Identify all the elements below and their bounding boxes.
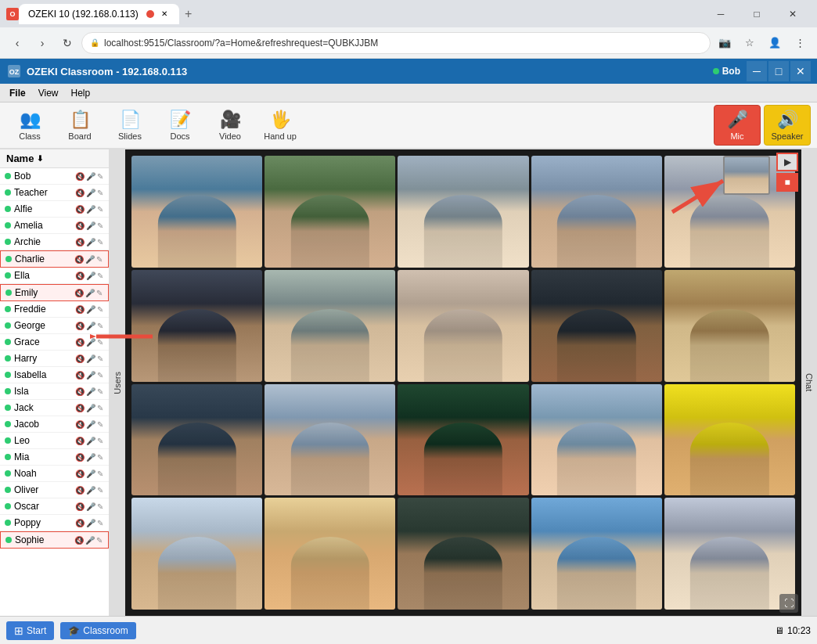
menu-view[interactable]: View	[32, 86, 65, 100]
sidebar-item[interactable]: Noah 🔇 🎤 ✎	[0, 466, 109, 482]
play-button[interactable]: ▶	[776, 153, 798, 171]
mic-user-icon[interactable]: 🎤	[86, 221, 95, 230]
sidebar-item[interactable]: Mia 🔇 🎤 ✎	[0, 449, 109, 466]
sidebar-item[interactable]: Emily 🔇 🎤 ✎	[0, 284, 109, 301]
edit-icon[interactable]: ✎	[97, 404, 103, 412]
maximize-button[interactable]: □	[739, 0, 775, 27]
edit-icon[interactable]: ✎	[97, 437, 103, 445]
video-cell[interactable]	[131, 498, 262, 610]
sidebar-item[interactable]: Alfie 🔇 🎤 ✎	[0, 201, 109, 218]
mute-icon[interactable]: 🔇	[75, 519, 85, 527]
video-button[interactable]: 🎥 Video	[207, 105, 254, 146]
mute-icon[interactable]: 🔇	[75, 205, 85, 214]
edit-icon[interactable]: ✎	[97, 189, 103, 197]
mute-icon[interactable]: 🔇	[75, 305, 85, 314]
chat-tab[interactable]: Chat	[801, 149, 817, 616]
sidebar-item[interactable]: Sophie 🔇 🎤 ✎	[0, 531, 109, 549]
address-bar[interactable]: 🔒 localhost:9515/Classroom/?a=Home&refre…	[81, 32, 711, 54]
video-cell[interactable]	[531, 384, 662, 496]
mic-user-icon[interactable]: 🎤	[86, 322, 95, 330]
handup-button[interactable]: 🖐 Hand up	[257, 105, 304, 146]
new-tab-button[interactable]: +	[179, 5, 198, 23]
mute-icon[interactable]: 🔇	[75, 420, 85, 429]
mute-icon[interactable]: 🔇	[75, 404, 85, 412]
slides-button[interactable]: 📄 Slides	[106, 105, 153, 146]
edit-icon[interactable]: ✎	[97, 322, 103, 330]
mute-icon[interactable]: 🔇	[74, 255, 84, 264]
video-cell[interactable]	[531, 156, 662, 268]
sidebar-item[interactable]: Charlie 🔇 🎤 ✎	[0, 250, 109, 268]
mic-user-icon[interactable]: 🎤	[86, 404, 95, 412]
mic-user-icon[interactable]: 🎤	[86, 437, 95, 445]
edit-icon[interactable]: ✎	[97, 453, 103, 462]
mute-icon[interactable]: 🔇	[75, 437, 85, 445]
sidebar-item[interactable]: Jacob 🔇 🎤 ✎	[0, 416, 109, 433]
video-cell[interactable]	[131, 384, 262, 496]
video-cell[interactable]	[265, 270, 395, 382]
sidebar-item[interactable]: Oliver 🔇 🎤 ✎	[0, 482, 109, 498]
app-minimize-button[interactable]: ─	[747, 61, 767, 81]
menu-icon[interactable]: ⋮	[789, 32, 811, 54]
edit-icon[interactable]: ✎	[97, 371, 103, 380]
sort-icon[interactable]: ⬇	[37, 154, 43, 163]
edit-icon[interactable]: ✎	[97, 272, 103, 280]
mic-user-icon[interactable]: 🎤	[86, 519, 95, 527]
mute-icon[interactable]: 🔇	[75, 238, 85, 246]
app-close-button[interactable]: ✕	[790, 61, 811, 81]
video-cell[interactable]	[398, 384, 528, 496]
browser-tab[interactable]: OZEKI 10 (192.168.0.113) ✕	[19, 4, 179, 24]
speaker-button[interactable]: 🔊 Speaker	[764, 105, 811, 146]
video-cell[interactable]	[398, 156, 528, 268]
docs-button[interactable]: 📝 Docs	[157, 105, 203, 146]
video-cell[interactable]	[265, 498, 395, 610]
edit-icon[interactable]: ✎	[97, 305, 103, 314]
sidebar-item[interactable]: Jack 🔇 🎤 ✎	[0, 400, 109, 416]
board-button[interactable]: 📋 Board	[56, 105, 103, 146]
mic-user-icon[interactable]: 🎤	[86, 238, 95, 246]
sidebar-item[interactable]: Grace 🔇 🎤 ✎	[0, 334, 109, 351]
edit-icon[interactable]: ✎	[97, 172, 103, 181]
mic-user-icon[interactable]: 🎤	[86, 189, 95, 197]
mic-user-icon[interactable]: 🎤	[85, 289, 95, 297]
edit-icon[interactable]: ✎	[97, 486, 103, 495]
mic-user-icon[interactable]: 🎤	[86, 371, 95, 380]
edit-icon[interactable]: ✎	[97, 420, 103, 429]
mic-user-icon[interactable]: 🎤	[86, 354, 95, 363]
mute-icon[interactable]: 🔇	[75, 322, 85, 330]
mute-icon[interactable]: 🔇	[75, 502, 85, 511]
mute-icon[interactable]: 🔇	[74, 289, 84, 297]
video-cell[interactable]	[265, 384, 395, 496]
edit-icon[interactable]: ✎	[97, 519, 103, 527]
edit-icon[interactable]: ✎	[97, 338, 103, 347]
mute-icon[interactable]: 🔇	[75, 189, 85, 197]
mic-user-icon[interactable]: 🎤	[86, 486, 95, 495]
mic-user-icon[interactable]: 🎤	[85, 255, 95, 264]
edit-icon[interactable]: ✎	[97, 354, 103, 363]
start-button[interactable]: ⊞ Start	[6, 621, 54, 640]
video-cell[interactable]	[531, 270, 662, 382]
sidebar-item[interactable]: Isla 🔇 🎤 ✎	[0, 383, 109, 400]
video-cell[interactable]	[398, 498, 528, 610]
tab-close-button[interactable]: ✕	[159, 9, 170, 20]
video-cell[interactable]	[265, 156, 395, 268]
menu-file[interactable]: File	[3, 86, 32, 100]
sidebar-item[interactable]: George 🔇 🎤 ✎	[0, 318, 109, 334]
mic-user-icon[interactable]: 🎤	[86, 470, 95, 478]
camera-icon[interactable]: 📷	[714, 32, 736, 54]
class-button[interactable]: 👥 Class	[6, 105, 53, 146]
profile-icon[interactable]: 👤	[764, 32, 786, 54]
mute-icon[interactable]: 🔇	[75, 354, 85, 363]
sidebar-item[interactable]: Bob 🔇 🎤 ✎	[0, 168, 109, 185]
mic-user-icon[interactable]: 🎤	[85, 536, 95, 545]
sidebar-item[interactable]: Ella 🔇 🎤 ✎	[0, 268, 109, 284]
sidebar-item[interactable]: Archie 🔇 🎤 ✎	[0, 234, 109, 250]
users-tab[interactable]: Users	[110, 149, 125, 616]
video-cell[interactable]	[131, 270, 262, 382]
fullscreen-button[interactable]: ⛶	[779, 594, 798, 613]
video-cell[interactable]	[664, 384, 795, 496]
close-button[interactable]: ✕	[775, 0, 811, 27]
back-button[interactable]: ‹	[6, 32, 28, 54]
edit-icon[interactable]: ✎	[96, 255, 103, 264]
sidebar-item[interactable]: Teacher 🔇 🎤 ✎	[0, 185, 109, 201]
sidebar-item[interactable]: Leo 🔇 🎤 ✎	[0, 433, 109, 449]
